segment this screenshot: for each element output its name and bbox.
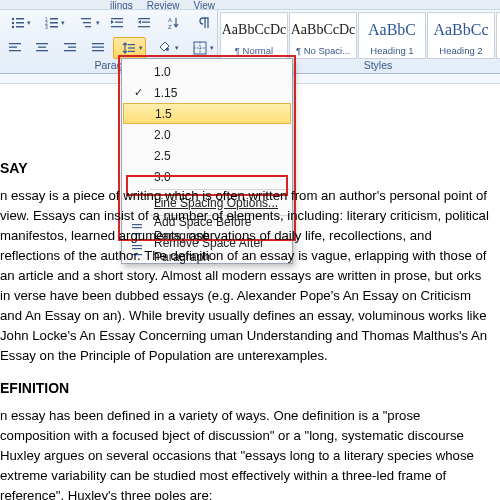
bullets-button[interactable]: ▾ — [2, 12, 34, 34]
svg-marker-21 — [138, 20, 141, 24]
decrease-indent-button[interactable] — [105, 12, 130, 34]
svg-rect-38 — [128, 47, 135, 48]
multilevel-list-button[interactable]: ▾ — [70, 12, 102, 34]
svg-rect-5 — [16, 26, 24, 28]
shading-button[interactable]: ▾ — [148, 37, 182, 59]
svg-text:3: 3 — [45, 24, 48, 30]
svg-text:Z: Z — [168, 24, 172, 30]
svg-point-0 — [12, 18, 14, 20]
caret-icon: ▾ — [61, 19, 65, 27]
svg-rect-12 — [81, 18, 91, 19]
svg-marker-17 — [111, 20, 114, 24]
spacing-option[interactable]: 1.0 — [122, 61, 292, 82]
svg-rect-32 — [68, 47, 76, 48]
ribbon-tabs: ilings Review View — [0, 0, 500, 10]
align-center-button[interactable] — [30, 37, 56, 59]
svg-rect-7 — [50, 18, 58, 20]
sort-button[interactable]: AZ — [158, 12, 190, 34]
svg-rect-30 — [36, 50, 48, 51]
document-area[interactable]: SAY n essay is a piece of writing which … — [0, 84, 500, 500]
style-name: Heading 1 — [370, 45, 413, 58]
svg-rect-27 — [9, 50, 21, 51]
tab-view[interactable]: View — [194, 0, 216, 9]
increase-indent-button[interactable] — [131, 12, 156, 34]
svg-rect-9 — [50, 22, 58, 24]
borders-button[interactable]: ▾ — [184, 37, 218, 59]
paragraph-essay: n essay is a piece of writing which is o… — [0, 186, 494, 366]
svg-rect-34 — [92, 43, 104, 44]
svg-rect-37 — [128, 44, 135, 45]
svg-text:A: A — [168, 17, 172, 23]
style-preview: AaBbCc — [428, 13, 494, 45]
style-tile[interactable]: AaBbCcDc¶ Normal — [220, 12, 288, 59]
svg-rect-26 — [9, 47, 17, 48]
tab-mailings[interactable]: ilings — [110, 0, 133, 9]
justify-button[interactable] — [85, 37, 111, 59]
svg-rect-31 — [64, 43, 76, 44]
line-spacing-button[interactable]: ▾ — [113, 37, 147, 59]
svg-rect-19 — [138, 18, 150, 19]
svg-rect-25 — [9, 43, 21, 44]
svg-rect-18 — [111, 26, 123, 27]
style-tile[interactable]: AaBbCcDc¶ No Spaci... — [289, 12, 357, 59]
heading-essay: SAY — [0, 160, 494, 176]
svg-point-4 — [12, 26, 14, 28]
spacing-value: 1.0 — [154, 65, 171, 79]
style-tile[interactable]: AaBbCcHeading 2 — [427, 12, 495, 59]
svg-point-2 — [12, 22, 14, 24]
style-name: ¶ No Spaci... — [296, 45, 350, 58]
svg-rect-14 — [85, 26, 91, 27]
heading-definition: EFINITION — [0, 380, 494, 396]
style-preview: AaBbCcDc — [221, 13, 287, 45]
caret-icon: ▾ — [96, 19, 100, 27]
svg-rect-1 — [16, 18, 24, 20]
svg-rect-35 — [92, 47, 104, 48]
svg-rect-3 — [16, 22, 24, 24]
svg-rect-16 — [115, 22, 123, 23]
caret-icon: ▾ — [210, 44, 214, 52]
align-right-button[interactable] — [57, 37, 83, 59]
caret-icon: ▾ — [175, 44, 179, 52]
svg-rect-20 — [142, 22, 150, 23]
style-preview: AaBbCcDc — [290, 13, 356, 45]
svg-rect-29 — [38, 47, 46, 48]
style-preview: AaBbC — [359, 13, 425, 45]
svg-rect-36 — [92, 50, 104, 51]
paragraph-definition: n essay has been defined in a variety of… — [0, 406, 494, 500]
style-name: Heading 2 — [439, 45, 482, 58]
numbering-button[interactable]: 123 ▾ — [36, 12, 68, 34]
tab-review[interactable]: Review — [147, 0, 180, 9]
svg-rect-13 — [83, 22, 91, 23]
style-tile[interactable]: AaTitle — [496, 12, 500, 59]
svg-rect-33 — [64, 50, 76, 51]
show-marks-button[interactable] — [192, 12, 217, 34]
caret-icon: ▾ — [139, 44, 143, 52]
svg-rect-11 — [50, 26, 58, 28]
svg-rect-15 — [111, 18, 123, 19]
svg-rect-39 — [128, 51, 135, 52]
style-tile[interactable]: AaBbCHeading 1 — [358, 12, 426, 59]
style-name: ¶ Normal — [235, 45, 273, 58]
caret-icon: ▾ — [27, 19, 31, 27]
align-left-button[interactable] — [2, 37, 28, 59]
svg-rect-28 — [36, 43, 48, 44]
svg-rect-22 — [138, 26, 150, 27]
